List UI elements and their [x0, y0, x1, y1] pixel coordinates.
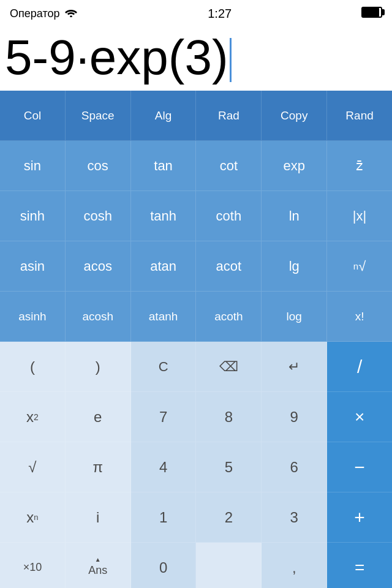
carrier-label: Оператор	[10, 7, 59, 20]
btn-clear[interactable]: C	[131, 342, 197, 392]
btn-4[interactable]: 4	[131, 442, 197, 492]
btn-ln[interactable]: ln	[262, 191, 327, 241]
num-row-3: xn i 1 2 3 +	[0, 492, 392, 543]
btn-9[interactable]: 9	[262, 392, 327, 442]
btn-comma[interactable]: ,	[262, 543, 327, 588]
btn-nroot[interactable]: n√	[327, 241, 392, 292]
function-row-1: Col Space Alg Rad Copy Rand	[0, 91, 392, 141]
num-row-1: x2 e 7 8 9 ×	[0, 392, 392, 442]
btn-ans[interactable]: ▲ Ans	[66, 543, 131, 588]
btn-add[interactable]: +	[327, 492, 392, 543]
btn-sinh[interactable]: sinh	[0, 191, 66, 241]
btn-sqrt[interactable]: √	[0, 442, 66, 492]
btn-cos[interactable]: cos	[66, 141, 131, 191]
battery-icon	[361, 7, 382, 20]
num-row-2: √ π 4 5 6 −	[0, 442, 392, 492]
btn-rand[interactable]: Rand	[327, 91, 392, 141]
trig-row-1: sin cos tan cot exp z̄	[0, 141, 392, 191]
btn-lg[interactable]: lg	[262, 241, 327, 292]
btn-abs[interactable]: |x|	[327, 191, 392, 241]
carrier-wifi: Оператор	[10, 7, 78, 20]
btn-multiply[interactable]: ×	[327, 392, 392, 442]
btn-acosh[interactable]: acosh	[66, 292, 131, 342]
btn-tanh[interactable]: tanh	[131, 191, 197, 241]
btn-acoth[interactable]: acoth	[196, 292, 262, 342]
util-row: ( ) C ⌫ ↵ /	[0, 342, 392, 392]
status-bar: Оператор 1:27	[0, 0, 392, 27]
btn-subtract[interactable]: −	[327, 442, 392, 492]
btn-equals[interactable]: =	[327, 543, 392, 588]
btn-zbar[interactable]: z̄	[327, 141, 392, 191]
btn-empty	[196, 543, 262, 588]
btn-rad[interactable]: Rad	[196, 91, 262, 141]
btn-times10[interactable]: ×10	[0, 543, 66, 588]
btn-sin[interactable]: sin	[0, 141, 66, 191]
btn-6[interactable]: 6	[262, 442, 327, 492]
calculator-display: 5-9·exp(3)	[0, 27, 392, 91]
btn-3[interactable]: 3	[262, 492, 327, 543]
btn-atanh[interactable]: atanh	[131, 292, 197, 342]
btn-7[interactable]: 7	[131, 392, 197, 442]
btn-open-paren[interactable]: (	[0, 342, 66, 392]
btn-1[interactable]: 1	[131, 492, 197, 543]
btn-5[interactable]: 5	[196, 442, 262, 492]
expression-value: 5-9·exp(3)	[5, 33, 228, 82]
btn-close-paren[interactable]: )	[66, 342, 131, 392]
btn-acos[interactable]: acos	[66, 241, 131, 292]
trig-row-4: asinh acosh atanh acoth log x!	[0, 292, 392, 342]
trig-row-3: asin acos atan acot lg n√	[0, 241, 392, 292]
btn-enter-small[interactable]: ↵	[262, 342, 327, 392]
cursor	[230, 38, 232, 82]
time-display: 1:27	[208, 7, 232, 21]
btn-0[interactable]: 0	[131, 543, 197, 588]
btn-2[interactable]: 2	[196, 492, 262, 543]
btn-e[interactable]: e	[66, 392, 131, 442]
btn-8[interactable]: 8	[196, 392, 262, 442]
btn-asin[interactable]: asin	[0, 241, 66, 292]
btn-pi[interactable]: π	[66, 442, 131, 492]
btn-factorial[interactable]: x!	[327, 292, 392, 342]
wifi-icon	[64, 7, 78, 20]
calculator-grid: Col Space Alg Rad Copy Rand sin cos tan …	[0, 91, 392, 588]
btn-exp[interactable]: exp	[262, 141, 327, 191]
btn-acot[interactable]: acot	[196, 241, 262, 292]
btn-backspace[interactable]: ⌫	[196, 342, 262, 392]
btn-alg[interactable]: Alg	[131, 91, 197, 141]
btn-tan[interactable]: tan	[131, 141, 197, 191]
expression-text: 5-9·exp(3)	[5, 33, 232, 82]
btn-asinh[interactable]: asinh	[0, 292, 66, 342]
btn-coth[interactable]: coth	[196, 191, 262, 241]
btn-copy[interactable]: Copy	[262, 91, 327, 141]
trig-row-2: sinh cosh tanh coth ln |x|	[0, 191, 392, 241]
svg-point-0	[70, 15, 73, 17]
btn-cosh[interactable]: cosh	[66, 191, 131, 241]
btn-col[interactable]: Col	[0, 91, 66, 141]
btn-space[interactable]: Space	[66, 91, 131, 141]
btn-power[interactable]: xn	[0, 492, 66, 543]
btn-cot[interactable]: cot	[196, 141, 262, 191]
btn-square[interactable]: x2	[0, 392, 66, 442]
btn-divide[interactable]: /	[327, 342, 392, 392]
btn-i[interactable]: i	[66, 492, 131, 543]
num-row-4: ×10 ▲ Ans 0 , =	[0, 543, 392, 588]
btn-log[interactable]: log	[262, 292, 327, 342]
btn-atan[interactable]: atan	[131, 241, 197, 292]
